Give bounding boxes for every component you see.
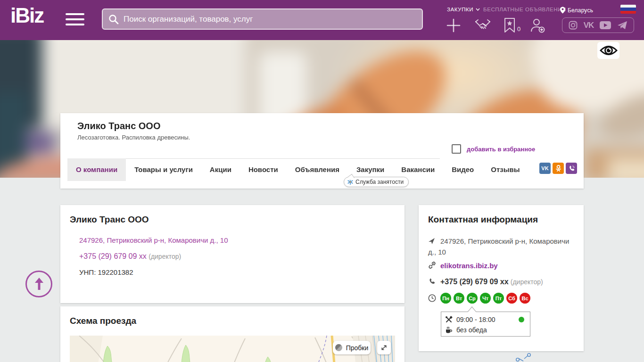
contact-info-card: Контактная информация 247926, Петриковск… [419,205,584,351]
phone-note: (директор) [149,253,181,260]
nav-zakupki[interactable]: ЗАКУПКИ [447,7,480,12]
coffee-cup-icon [445,327,453,334]
day-badge-thu[interactable]: Чт [480,293,491,304]
link-icon [428,261,440,272]
contact-phone-note: (директор) [511,278,543,286]
tab-products[interactable]: Товары и услуги [126,158,201,181]
phone-icon [428,278,440,288]
add-company-plus-icon[interactable] [446,18,461,35]
favorites-count: 0 [517,25,520,33]
working-hours: 09:00 - 18:00 [456,316,495,323]
arrow-up-icon [33,277,45,291]
lunch-info: без обеда [456,326,487,334]
decorative-doodle [513,353,537,362]
employment-service-icon [347,179,353,185]
add-user-icon[interactable] [529,18,546,35]
add-favorite-label[interactable]: добавить в избранное [467,146,535,153]
working-hours-tooltip: 09:00 - 18:00 без обеда [441,312,530,337]
company-unp: УНП: 192201382 [79,268,133,276]
ibiz-logo[interactable]: iBiz [10,4,43,27]
day-badge-sat[interactable]: Сб [506,293,517,304]
day-badge-fri[interactable]: Пт [493,293,504,304]
company-address-link[interactable]: 247926, Петриковский р-н, Комаровичи д.,… [79,236,228,244]
employment-service-badge[interactable]: Служба занятости [344,177,409,187]
hamburger-menu-icon[interactable] [66,13,84,27]
vk-icon[interactable]: VK [584,21,594,30]
chevron-down-icon [476,8,480,11]
fullscreen-button[interactable] [377,341,391,354]
working-days: Пн Вт Ср Чт Пт Сб Вс [440,293,530,304]
contact-card-title: Контактная информация [428,214,538,225]
tab-reviews[interactable]: Отзывы [482,158,528,181]
search-bar[interactable] [102,8,423,30]
map-canvas[interactable]: Пробки [70,336,395,362]
navigation-arrow-icon [428,237,440,247]
share-viber-icon[interactable] [566,163,577,174]
back-to-top-button[interactable] [25,271,52,297]
tab-video[interactable]: Видео [443,158,482,181]
handshake-icon[interactable] [474,18,491,35]
company-tabs: О компании Товары и услуги Акции Новости… [67,158,528,181]
share-buttons: VK [539,163,577,174]
share-vk-icon[interactable]: VK [539,163,551,174]
tab-about[interactable]: О компании [67,158,126,181]
day-badge-mon[interactable]: Пн [440,293,451,304]
company-name: Элико Транс ООО [77,121,160,132]
traffic-icon [335,344,342,351]
accessibility-eye-button[interactable] [597,42,619,59]
eye-icon [600,44,618,57]
add-favorite-checkbox[interactable] [452,144,461,154]
nav-country[interactable]: Беларусь [560,7,593,14]
contact-address-row: 247926, Петриковский р-н, Комаровичи д.,… [428,236,574,257]
day-badge-sun[interactable]: Вс [520,293,530,304]
tab-promos[interactable]: Акции [201,158,240,181]
nav-free-ads[interactable]: БЕСПЛАТНЫЕ ОБЪЯВЛЕНИЯ [483,7,566,12]
top-header: iBiz ЗАКУПКИ БЕСПЛАТНЫЕ ОБЪЯВЛЕНИЯ Белар… [0,0,644,40]
tab-news[interactable]: Новости [240,158,287,181]
tab-ads[interactable]: Объявления [287,158,348,181]
day-badge-tue[interactable]: Вт [454,293,464,304]
fullscreen-icon [380,344,388,351]
contact-website-row: elikotrans.ibiz.by [428,261,574,272]
map-card: Схема проезда [60,306,405,362]
contact-address: 247926, Петриковский р-н, Комаровичи д.,… [428,237,569,256]
company-info-card: Элико Транс ООО 247926, Петриковский р-н… [60,205,405,303]
map-card-title: Схема проезда [70,316,136,326]
flag-russia-icon[interactable] [620,5,636,14]
tools-icon [445,316,453,323]
location-pin-icon [560,7,565,14]
youtube-icon[interactable] [600,21,611,29]
company-phone-link[interactable]: +375 (29) 679 09 xx (директор) [79,252,181,261]
contact-phone-row: +375 (29) 679 09 xx (директор) [428,277,574,288]
telegram-icon[interactable] [617,21,627,30]
share-ok-icon[interactable] [553,163,564,174]
day-badge-wed[interactable]: Ср [467,293,478,304]
contact-phone[interactable]: +375 (29) 679 09 xx [440,278,509,286]
info-card-title: Элико Транс ООО [70,214,149,225]
header-social-links: VK [562,17,634,33]
company-website-link[interactable]: elikotrans.ibiz.by [440,262,498,270]
search-input[interactable] [124,15,416,24]
open-status-dot [519,317,524,322]
clock-icon [428,294,436,304]
instagram-icon[interactable] [569,21,578,30]
company-description: Лесозаготовка. Распиловка древесины. [77,134,190,141]
search-icon [108,14,119,25]
traffic-button[interactable]: Пробки [333,341,371,354]
company-header-card: Элико Транс ООО Лесозаготовка. Распиловк… [60,113,584,189]
bookmark-favorites-icon[interactable] [504,17,516,35]
